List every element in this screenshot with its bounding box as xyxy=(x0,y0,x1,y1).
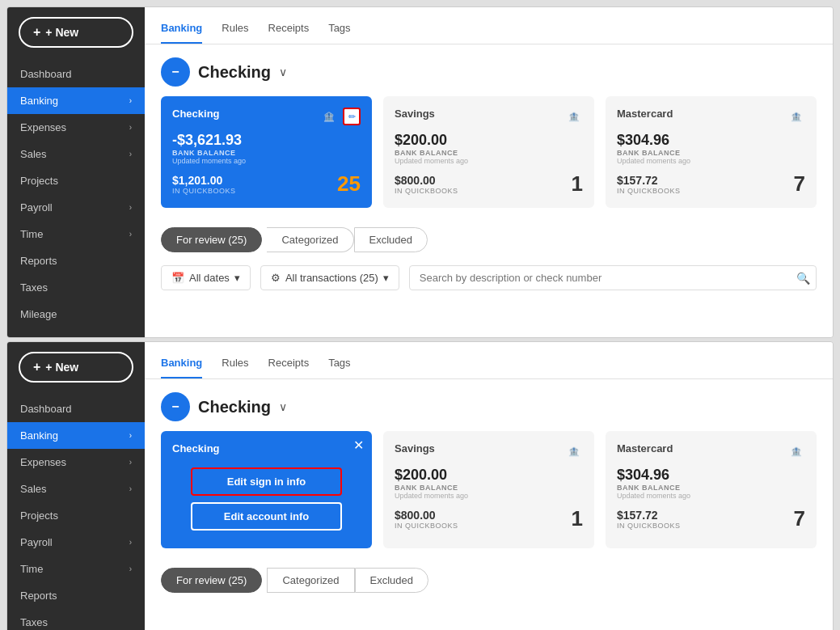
sidebar2-item-time[interactable]: Time › xyxy=(7,556,145,582)
card-checking-top: Checking 🏦 ✏ xyxy=(172,108,361,125)
sidebar-item-banking[interactable]: Banking › xyxy=(7,87,145,114)
account-header-2: − Checking ∨ xyxy=(145,379,833,431)
new-button-1[interactable]: + + New xyxy=(19,17,133,48)
bank-icon-btn-savings2[interactable]: 🏦 xyxy=(565,442,583,460)
sidebar2-item-banking[interactable]: Banking › xyxy=(7,422,145,449)
filter2-tab-excluded[interactable]: Excluded xyxy=(355,568,428,593)
card-savings-top: Savings 🏦 xyxy=(395,108,583,125)
bank-icon-btn-mastercard[interactable]: 🏦 xyxy=(787,108,805,125)
account-icon-2: − xyxy=(161,392,190,421)
sidebar-item-taxes[interactable]: Taxes xyxy=(7,274,145,301)
edit-signin-button[interactable]: Edit sign in info xyxy=(191,467,341,496)
chevron-right-icon: › xyxy=(129,203,132,212)
tab-tags[interactable]: Tags xyxy=(328,17,350,44)
card2-mastercard-updated: Updated moments ago xyxy=(617,492,690,500)
card-checking-iq-left: $1,201.00 IN QUICKBOOKS xyxy=(172,174,236,195)
sidebar-item-sales[interactable]: Sales › xyxy=(7,141,145,167)
search-button[interactable]: 🔍 xyxy=(796,272,810,285)
sidebar2-item-reports[interactable]: Reports xyxy=(7,582,145,609)
tab-rules[interactable]: Rules xyxy=(222,17,248,44)
edit-account-button[interactable]: Edit account info xyxy=(191,502,341,531)
card2-mastercard-count: 7 xyxy=(794,506,805,531)
card-checking: Checking 🏦 ✏ -$3,621.93 BANK BALANCE Upd… xyxy=(161,96,372,208)
tab2-tags[interactable]: Tags xyxy=(328,352,350,378)
sidebar2-item-dashboard[interactable]: Dashboard xyxy=(7,395,145,422)
card-mastercard-balance-row: $304.96 BANK BALANCE Updated moments ago xyxy=(617,125,805,165)
card-savings-iq-label: IN QUICKBOOKS xyxy=(395,187,458,195)
tab2-receipts[interactable]: Receipts xyxy=(268,352,310,378)
bank-icon-btn-mastercard2[interactable]: 🏦 xyxy=(787,442,805,460)
card2-savings-top: Savings 🏦 xyxy=(395,442,583,460)
popup-close-button[interactable]: ✕ xyxy=(353,438,364,453)
filter-tab-review[interactable]: For review (25) xyxy=(161,227,262,252)
sidebar2-item-sales[interactable]: Sales › xyxy=(7,476,145,502)
sidebar-item-mileage[interactable]: Mileage xyxy=(7,301,145,328)
plus-icon: + xyxy=(33,25,40,40)
edit-icon-btn[interactable]: ✏ xyxy=(343,108,361,125)
new-button-2[interactable]: + + New xyxy=(19,352,133,383)
card-mastercard-iq: $157.72 xyxy=(617,174,681,187)
card-checking-balance: -$3,621.93 xyxy=(172,132,246,149)
card-mastercard-iq-left: $157.72 IN QUICKBOOKS xyxy=(617,174,681,195)
card-mastercard-balance: $304.96 xyxy=(617,132,690,149)
account-title-2: Checking xyxy=(198,398,271,416)
tab2-rules[interactable]: Rules xyxy=(222,352,248,378)
sidebar-item-projects[interactable]: Projects xyxy=(7,167,145,194)
sidebar-item-reports[interactable]: Reports xyxy=(7,247,145,274)
panel-1: + + New Dashboard Banking › Expenses › S… xyxy=(6,6,834,338)
card2-mastercard-iq-label: IN QUICKBOOKS xyxy=(617,522,681,530)
card-mastercard-left: $304.96 BANK BALANCE Updated moments ago xyxy=(617,125,690,165)
search-row-1: 📅 All dates ▾ ⚙ All transactions (25) ▾ … xyxy=(145,259,833,303)
calendar-icon: 📅 xyxy=(171,272,184,284)
sidebar2-item-taxes[interactable]: Taxes xyxy=(7,609,145,630)
bank-icon-btn[interactable]: 🏦 xyxy=(320,108,338,125)
chevron-right-icon-6: › xyxy=(129,564,132,573)
chevron-right-icon-4: › xyxy=(129,484,132,493)
sidebar2-item-payroll[interactable]: Payroll › xyxy=(7,529,145,556)
card2-savings-updated: Updated moments ago xyxy=(395,492,468,500)
tab-receipts[interactable]: Receipts xyxy=(268,17,310,44)
panel-2: + + New Dashboard Banking › Expenses › S… xyxy=(6,341,834,630)
account-chevron-icon-2[interactable]: ∨ xyxy=(279,400,287,413)
filter2-tab-review[interactable]: For review (25) xyxy=(161,568,262,593)
sidebar2-item-expenses[interactable]: Expenses › xyxy=(7,449,145,476)
card-checking-updated: Updated moments ago xyxy=(172,157,246,165)
transactions-dropdown[interactable]: ⚙ All transactions (25) ▾ xyxy=(260,265,399,290)
card-mastercard-updated: Updated moments ago xyxy=(617,157,690,165)
main-content-2: Banking Rules Receipts Tags − Checking ∨… xyxy=(145,342,833,630)
filter-tab-categorized[interactable]: Categorized xyxy=(267,227,353,252)
chevron-right-icon: › xyxy=(129,96,132,105)
card2-mastercard-balance-label: BANK BALANCE xyxy=(617,484,690,492)
card-checking-iq: $1,201.00 xyxy=(172,174,236,187)
popup-card-name: Checking xyxy=(172,442,361,455)
account-chevron-icon[interactable]: ∨ xyxy=(279,66,287,78)
sidebar2-item-projects[interactable]: Projects xyxy=(7,502,145,529)
sidebar-label-payroll: Payroll xyxy=(20,201,53,214)
card-savings-iq-left: $800.00 IN QUICKBOOKS xyxy=(395,174,458,195)
date-dropdown[interactable]: 📅 All dates ▾ xyxy=(161,265,251,290)
card2-savings-balance: $200.00 xyxy=(395,467,468,484)
tab2-banking[interactable]: Banking xyxy=(161,352,202,378)
sidebar-2: + + New Dashboard Banking › Expenses › S… xyxy=(7,342,145,630)
card2-mastercard-balance: $304.96 xyxy=(617,467,690,484)
sidebar-item-dashboard[interactable]: Dashboard xyxy=(7,61,145,87)
sidebar2-label-payroll: Payroll xyxy=(20,536,53,548)
chevron-down-icon: ▾ xyxy=(234,272,240,284)
sidebar-item-time[interactable]: Time › xyxy=(7,221,145,247)
card-savings-count: 1 xyxy=(572,171,583,197)
sidebar-item-expenses[interactable]: Expenses › xyxy=(7,114,145,141)
sidebar-label-reports: Reports xyxy=(20,255,57,267)
filter-tab-excluded[interactable]: Excluded xyxy=(354,227,428,252)
date-label: All dates xyxy=(189,272,230,284)
filter2-tab-categorized[interactable]: Categorized xyxy=(267,568,354,593)
card2-savings-left: $200.00 BANK BALANCE Updated moments ago xyxy=(395,460,468,500)
card2-savings-iq-label: IN QUICKBOOKS xyxy=(395,522,458,530)
bank-icon-btn-savings[interactable]: 🏦 xyxy=(565,108,583,125)
account-icon-1: − xyxy=(161,57,190,87)
card2-savings-iq: $800.00 xyxy=(395,509,458,522)
tab-banking[interactable]: Banking xyxy=(161,17,202,44)
card-savings-bottom: $800.00 IN QUICKBOOKS 1 xyxy=(395,171,583,197)
sidebar-item-payroll[interactable]: Payroll › xyxy=(7,194,145,221)
search-input[interactable] xyxy=(409,265,817,290)
card-savings: Savings 🏦 $200.00 BANK BALANCE Updated m… xyxy=(383,96,594,208)
